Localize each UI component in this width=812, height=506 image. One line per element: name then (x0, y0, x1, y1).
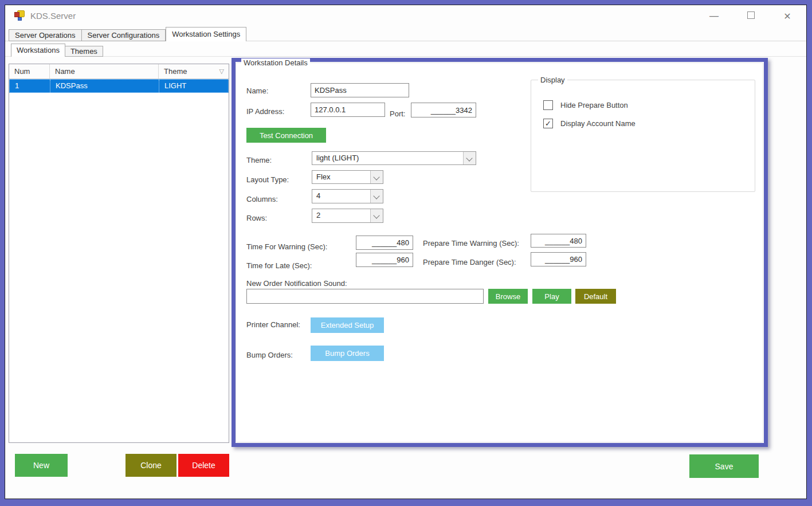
prepare-warning-field[interactable] (531, 234, 586, 248)
tab-server-configurations[interactable]: Server Configurations (82, 29, 166, 41)
columns-dropdown-value: 4 (312, 190, 370, 203)
subtab-workstations[interactable]: Workstations (11, 44, 65, 57)
subtab-themes[interactable]: Themes (65, 46, 103, 57)
chevron-down-icon[interactable] (370, 209, 383, 222)
columns-label: Columns: (246, 195, 278, 203)
grid-header-num[interactable]: Num (9, 64, 50, 79)
close-icon[interactable]: ✕ (781, 11, 794, 22)
name-label: Name: (246, 87, 268, 95)
browse-button[interactable]: Browse (488, 289, 528, 304)
table-row-selected[interactable]: 1 KDSPass LIGHT (9, 79, 229, 93)
tab-server-operations[interactable]: Server Operations (9, 29, 82, 41)
app-window: KDS.Server — ✕ Server Operations Server … (5, 5, 807, 499)
layout-type-label: Layout Type: (246, 175, 289, 184)
grid-header-theme-label: Theme (164, 67, 187, 76)
ip-address-field[interactable] (311, 103, 385, 117)
app-icon (14, 10, 25, 21)
hide-prepare-checkbox[interactable] (543, 100, 553, 110)
prepare-warning-label: Prepare Time Warning (Sec): (423, 239, 519, 248)
maximize-icon[interactable] (747, 11, 755, 19)
sub-tab-strip: Workstations Themes (11, 44, 103, 57)
theme-label: Theme: (246, 156, 272, 164)
bump-orders-button[interactable]: Bump Orders (311, 346, 384, 361)
tab-workstation-settings[interactable]: Workstation Settings (166, 27, 246, 41)
port-field[interactable] (411, 103, 476, 117)
notification-sound-field[interactable] (246, 289, 484, 304)
time-late-label: Time for Late (Sec): (246, 261, 312, 270)
clone-button[interactable]: Clone (125, 454, 176, 477)
time-late-field[interactable] (356, 253, 413, 267)
title-bar: KDS.Server — ✕ (5, 5, 806, 27)
cell-num: 1 (10, 80, 50, 92)
window-title: KDS.Server (30, 11, 76, 21)
extended-setup-button[interactable]: Extended Setup (311, 317, 384, 333)
workstation-details-title: Workstation Details (241, 58, 310, 67)
subtab-strip-divider (5, 56, 806, 57)
printer-channel-label: Printer Channel: (246, 320, 300, 329)
display-groupbox (531, 80, 755, 192)
app-icon-red-square (14, 12, 19, 17)
grid-header-name[interactable]: Name (50, 64, 159, 79)
rows-dropdown-value: 2 (312, 209, 370, 222)
grid-header-row: Num Name Theme ▽ (9, 64, 229, 79)
layout-type-dropdown-value: Flex (312, 171, 370, 183)
time-warning-label: Time For Warning (Sec): (246, 242, 327, 251)
app-icon-blue-square (18, 17, 22, 21)
name-field[interactable] (311, 83, 409, 97)
notification-sound-label: New Order Notification Sound: (246, 279, 347, 288)
chevron-down-icon[interactable] (463, 152, 476, 164)
cell-theme: LIGHT (159, 80, 228, 92)
delete-button[interactable]: Delete (178, 454, 229, 477)
prepare-danger-field[interactable] (531, 252, 586, 266)
main-tab-strip: Server Operations Server Configurations … (9, 27, 246, 41)
display-group-title: Display (538, 76, 567, 84)
time-warning-field[interactable] (356, 236, 413, 250)
theme-dropdown-value: light (LIGHT) (312, 152, 463, 164)
rows-label: Rows: (246, 214, 267, 222)
display-account-checkbox[interactable]: ✓ (543, 119, 553, 128)
rows-dropdown[interactable]: 2 (312, 209, 383, 223)
new-button[interactable]: New (15, 454, 68, 477)
grid-header-theme[interactable]: Theme ▽ (159, 64, 229, 79)
hide-prepare-checkbox-row[interactable]: Hide Prepare Button (543, 100, 628, 110)
bump-orders-label: Bump Orders: (246, 351, 293, 359)
chevron-down-icon[interactable] (370, 190, 383, 203)
default-button[interactable]: Default (575, 289, 616, 304)
workstation-grid: Num Name Theme ▽ 1 KDSPass LIGHT (9, 64, 229, 443)
prepare-danger-label: Prepare Time Danger (Sec): (423, 258, 516, 266)
columns-dropdown[interactable]: 4 (312, 189, 383, 203)
port-label: Port: (390, 109, 405, 118)
minimize-icon[interactable]: — (708, 11, 720, 21)
cell-name: KDSPass (50, 80, 159, 92)
ip-address-label: IP Address: (246, 107, 284, 116)
chevron-down-icon[interactable] (370, 171, 383, 183)
display-account-checkbox-row[interactable]: ✓ Display Account Name (543, 119, 636, 128)
display-account-checkbox-label: Display Account Name (560, 119, 636, 128)
play-button[interactable]: Play (532, 289, 571, 304)
filter-icon[interactable]: ▽ (219, 64, 224, 79)
window-controls: — ✕ (708, 9, 794, 23)
test-connection-button[interactable]: Test Connection (246, 128, 326, 143)
theme-dropdown[interactable]: light (LIGHT) (312, 151, 476, 165)
hide-prepare-checkbox-label: Hide Prepare Button (560, 101, 628, 109)
save-button[interactable]: Save (689, 454, 759, 478)
layout-type-dropdown[interactable]: Flex (312, 170, 383, 184)
